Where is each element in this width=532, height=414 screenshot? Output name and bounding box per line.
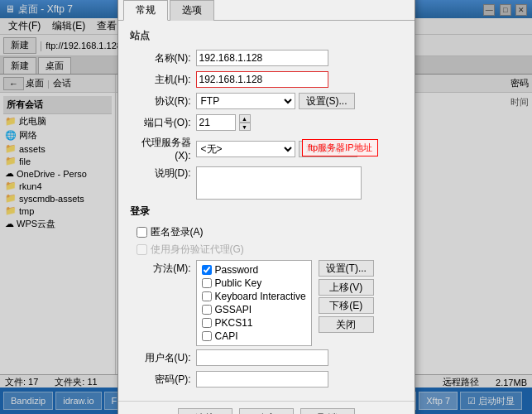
move-down-btn[interactable]: 下移(E)	[319, 297, 374, 314]
use-agent-row: 使用身份验证代理(G)	[130, 243, 403, 257]
anonymous-row: 匿名登录(A)	[130, 225, 403, 239]
move-buttons: 上移(V) 下移(E)	[319, 279, 374, 314]
method-password-label: Password	[215, 264, 259, 276]
password-input[interactable]	[196, 371, 328, 388]
dialog-tab-options[interactable]: 选项	[170, 0, 214, 21]
port-label: 端口号(O):	[130, 116, 196, 130]
anonymous-checkbox[interactable]	[137, 227, 147, 238]
method-label: 方法(M):	[130, 260, 196, 276]
description-label: 说明(D):	[130, 166, 196, 181]
proxy-browse-btn[interactable]: 浏览(W)...	[299, 141, 357, 157]
method-keyboard-cb[interactable]	[202, 291, 212, 301]
dialog-tab-general[interactable]: 常规	[123, 0, 168, 21]
method-publickey-label: Public Key	[215, 277, 262, 289]
method-password-cb[interactable]	[202, 265, 212, 275]
method-settings-btn[interactable]: 设置(T)...	[319, 260, 374, 277]
proxy-label: 代理服务器(X):	[130, 136, 196, 161]
password-label: 密码(P):	[130, 373, 196, 387]
method-pkcs11: PKCS11	[202, 316, 306, 330]
username-input[interactable]	[196, 349, 328, 366]
connect-btn[interactable]: 连接	[178, 408, 232, 414]
cancel-btn[interactable]: 取消	[300, 408, 355, 414]
name-label: 名称(N):	[130, 51, 196, 65]
username-row: 用户名(U):	[130, 349, 403, 366]
method-keyboard: Keyboard Interactive	[202, 290, 306, 303]
site-section-title: 站点	[130, 29, 403, 43]
method-close-btn[interactable]: 关闭	[319, 316, 374, 333]
username-label: 用户名(U):	[130, 351, 196, 365]
port-spin-up[interactable]: ▲	[239, 114, 251, 123]
method-gssapi-cb[interactable]	[202, 305, 212, 315]
method-pkcs11-cb[interactable]	[202, 318, 212, 328]
ok-btn[interactable]: 确定	[239, 408, 294, 414]
dialog-tabs: 常规 选项	[118, 0, 415, 21]
name-row: 名称(N):	[130, 50, 403, 66]
method-publickey-cb[interactable]	[202, 278, 212, 288]
port-row: 端口号(O): ▲ ▼	[130, 114, 403, 131]
use-agent-checkbox[interactable]	[137, 244, 147, 255]
name-input[interactable]	[196, 50, 328, 66]
protocol-settings-btn[interactable]: 设置(S)...	[299, 93, 355, 109]
protocol-label: 协议(R):	[130, 94, 196, 108]
proxy-row: 代理服务器(X): <无> 浏览(W)...	[130, 136, 403, 161]
move-up-btn[interactable]: 上移(V)	[319, 279, 374, 296]
host-row: 主机(H):	[130, 71, 403, 88]
login-title: 登录	[130, 205, 403, 220]
method-buttons: 设置(T)... 上移(V) 下移(E) 关闭	[319, 260, 374, 333]
proxy-select[interactable]: <无>	[196, 141, 295, 157]
method-keyboard-label: Keyboard Interactive	[215, 291, 306, 302]
dialog-overlay: 新建会话属性 ? ✕ 常规 选项 站点 名称(N): 主机(H):	[0, 0, 532, 414]
method-list: Password Public Key Keyboard Interactive	[196, 260, 312, 346]
method-capi: CAPI	[202, 330, 306, 343]
host-label: 主机(H):	[130, 73, 196, 87]
port-group: ▲ ▼	[196, 114, 251, 131]
protocol-select[interactable]: FTP SFTP	[196, 93, 295, 109]
host-input[interactable]	[196, 71, 328, 88]
method-password: Password	[202, 263, 306, 277]
port-spinner: ▲ ▼	[239, 114, 251, 131]
port-spin-down[interactable]: ▼	[239, 123, 251, 131]
anonymous-label: 匿名登录(A)	[151, 225, 204, 239]
method-capi-label: CAPI	[215, 330, 238, 342]
protocol-row: 协议(R): FTP SFTP 设置(S)...	[130, 93, 403, 109]
method-section: 方法(M): Password Public Key	[130, 260, 403, 346]
method-group: Password Public Key Keyboard Interactive	[196, 260, 374, 346]
method-capi-cb[interactable]	[202, 331, 212, 341]
method-publickey: Public Key	[202, 277, 306, 290]
method-gssapi: GSSAPI	[202, 303, 306, 316]
port-input[interactable]	[196, 114, 236, 131]
login-section: 登录 匿名登录(A) 使用身份验证代理(G) 方法(M):	[130, 205, 403, 388]
description-input[interactable]	[196, 166, 362, 200]
password-row: 密码(P):	[130, 371, 403, 388]
dialog-footer: 连接 确定 取消	[118, 401, 415, 414]
new-session-dialog: 新建会话属性 ? ✕ 常规 选项 站点 名称(N): 主机(H):	[117, 0, 415, 414]
method-gssapi-label: GSSAPI	[215, 304, 252, 315]
use-agent-label: 使用身份验证代理(G)	[151, 243, 244, 257]
dialog-content: 站点 名称(N): 主机(H): 协议(R): FTP SFTP 设置(S)..…	[118, 21, 415, 401]
description-row: 说明(D):	[130, 166, 403, 200]
method-pkcs11-label: PKCS11	[215, 317, 253, 329]
